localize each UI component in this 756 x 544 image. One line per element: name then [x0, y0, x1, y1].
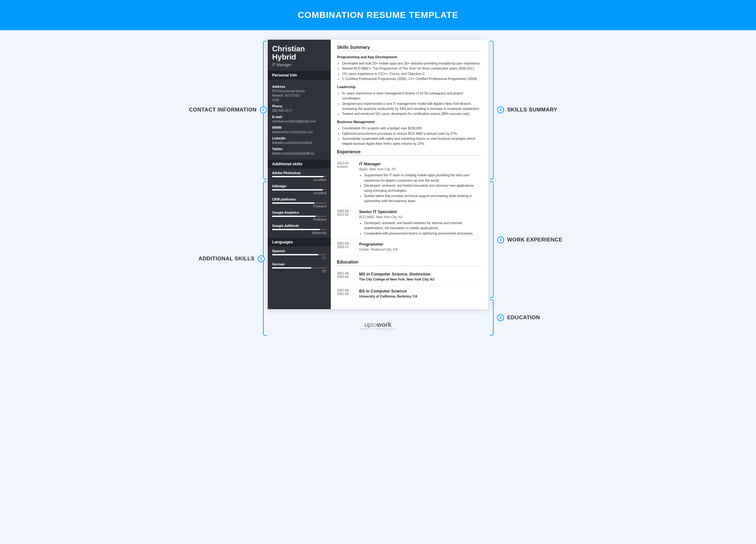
edu-school: The City College of New York, New York C… [359, 277, 482, 281]
bullet: Developed, reviewed, and tested websites… [364, 221, 482, 231]
exp-dates: 2002-09 - 2005-12 [337, 242, 355, 253]
email-value: christian.w.hybrid@gmail.com [272, 119, 326, 123]
exp-dates: 2012-03 - present [337, 162, 355, 203]
skill-bullets: Developed and built 20+ mobile apps and … [337, 61, 482, 81]
callout-text: WORK EXPERIENCE [507, 237, 563, 243]
phone-value: 202 555 0177 [272, 109, 326, 112]
callout-contact: 1 CONTACT INFORMATION [189, 106, 267, 113]
edu-school: University of California, Berkeley, CA [359, 294, 482, 298]
callout-text: EDUCATION [507, 314, 540, 321]
address-line: 970 Drummond Street [272, 89, 326, 93]
www-label: WWW [272, 126, 326, 129]
person-title: IT Manager [268, 63, 331, 71]
bullet: C Certified Professional Programmer (200… [342, 76, 482, 81]
skill-item: Google AdWordsAdvanced [268, 221, 331, 238]
bullet: Developed, reviewed, and tested innovati… [364, 183, 482, 193]
footer-logo: uptowork YOUR RESUME BUILDER [0, 315, 756, 338]
skills-summary-heading: Skills Summary [337, 45, 482, 51]
exp-role: Programmer [359, 242, 482, 247]
phone-label: Phone [272, 104, 326, 108]
bullet: 15+ years experience in C/C++, Cocoa, an… [342, 71, 482, 76]
callout-text: SKILLS SUMMARY [507, 107, 557, 113]
experience-item: 2002-09 - 2005-12 Programmer Oracle, Red… [337, 239, 482, 256]
callout-edu: 5 EDUCATION [497, 314, 540, 321]
skill-bullets: Coordinated 20+ projects with a budget o… [337, 126, 482, 146]
languages-heading: Languages [268, 238, 331, 247]
lang-item: SpanishC1 [268, 247, 331, 260]
callout-work: 4 WORK EXPERIENCE [497, 237, 563, 244]
bullet: Guided talent that provides technical su… [364, 193, 482, 204]
skill-item: Google AnalyticsProficient [268, 208, 331, 221]
education-heading: Education [337, 260, 482, 266]
skill-item: CRM platformsProficient [268, 195, 331, 208]
edu-dates: 1997-09 - 2001-06 [337, 289, 355, 300]
bullet: Named BCD M&E's "Top Programmer of The Y… [342, 66, 482, 71]
education-item: 1997-09 - 2001-06 BS in Computer Science… [337, 286, 482, 303]
personal-info-heading: Personal Info [268, 71, 331, 80]
person-name: ChristianHybrid [268, 40, 331, 63]
twitter-label: Twitter [272, 147, 326, 151]
callout-text: CONTACT INFORMATION [189, 107, 257, 113]
brace-skills [490, 41, 494, 180]
exp-org: Oracle, Redwood City, CA [359, 248, 482, 251]
main-column: Skills Summary Programming and App Devel… [331, 40, 488, 309]
address-line: Newark, NJ 07102 [272, 94, 326, 97]
callout-num-1: 1 [260, 106, 267, 113]
bullet: Suppervised the IT team in creating mobi… [364, 173, 482, 183]
education-item: 2001-09 - 2002-06 MS in Computer Science… [337, 269, 482, 286]
bullet: Developed and built 20+ mobile apps and … [342, 61, 482, 66]
addskills-heading: Additional skills [268, 160, 331, 169]
callout-num-2: 2 [497, 106, 504, 113]
skill-group-title: Business Management [337, 120, 482, 124]
brace-work [490, 181, 494, 298]
experience-item: 2006-08 - 2012-02 Senior IT Specialist B… [337, 207, 482, 239]
stage: 1 CONTACT INFORMATION 3 ADDITIONAL SKILL… [189, 40, 567, 309]
exp-org: Apple, New York City, NJ [359, 167, 482, 171]
twitter-value: twitter.com/chrishybridofficial [272, 152, 326, 155]
edu-degree: MS in Computer Science, Distinction [359, 272, 482, 276]
exp-bullets: Suppervised the IT team in creating mobi… [359, 173, 482, 203]
lang-item: GermanB2 [268, 260, 331, 278]
exp-dates: 2006-08 - 2012-02 [337, 209, 355, 236]
bullet: Trained and mentored 50+ junior develope… [342, 111, 482, 116]
skill-item: InDesignExcellent [268, 182, 331, 195]
address-label: Address [272, 85, 326, 89]
linkedin-value: linkedin.com/in/chris-hybrid [272, 141, 326, 145]
footer-tagline: YOUR RESUME BUILDER [0, 328, 756, 330]
linkedin-label: LinkedIn [272, 136, 326, 140]
callout-text: ADDITIONAL SKILLS [198, 256, 255, 262]
edu-degree: BS in Computer Science [359, 289, 482, 293]
experience-heading: Experience [337, 149, 482, 156]
www-value: futureisnow.chrishybrid.com [272, 130, 326, 134]
bullet: Designed and implemented a new IT manage… [342, 101, 482, 112]
edu-dates: 2001-09 - 2002-06 [337, 272, 355, 283]
resume: ChristianHybrid IT Manager Personal Info… [268, 40, 488, 309]
skill-item: Adobe PhotoshopExcellent [268, 169, 331, 182]
page-banner: COMBINATION RESUME TEMPLATE [0, 0, 756, 30]
exp-org: BCD M&E, New York City, NJ [359, 215, 482, 219]
contact-block: Address 970 Drummond Street Newark, NJ 0… [268, 80, 331, 160]
bullet: Cooperated with procurement teams in opt… [364, 231, 482, 236]
callout-num-3: 3 [258, 255, 265, 262]
skill-bullets: 8+ years experience in team management (… [337, 91, 482, 116]
callout-num-4: 4 [497, 237, 504, 244]
brace-edu [490, 299, 494, 335]
address-line: USA [272, 98, 326, 102]
email-label: E-mail [272, 115, 326, 119]
callout-skills: 2 SKILLS SUMMARY [497, 106, 557, 113]
callout-addskills: 3 ADDITIONAL SKILLS [198, 255, 265, 262]
callout-num-5: 5 [497, 314, 504, 321]
sidebar: ChristianHybrid IT Manager Personal Info… [268, 40, 331, 309]
exp-bullets: Developed, reviewed, and tested websites… [359, 221, 482, 236]
exp-role: Senior IT Specialist [359, 209, 482, 214]
skill-group-title: Leadership [337, 85, 482, 89]
skill-group-title: Programming and App Development [337, 55, 482, 59]
bullet: 8+ years experience in team management (… [342, 91, 482, 101]
exp-role: IT Manager [359, 162, 482, 166]
bullet: Coordinated 20+ projects with a budget o… [342, 126, 482, 131]
experience-item: 2012-03 - present IT Manager Apple, New … [337, 159, 482, 207]
bullet: Successfully cooperated with sales and m… [342, 136, 482, 146]
bullet: Optimized procurement processes to reduc… [342, 131, 482, 136]
